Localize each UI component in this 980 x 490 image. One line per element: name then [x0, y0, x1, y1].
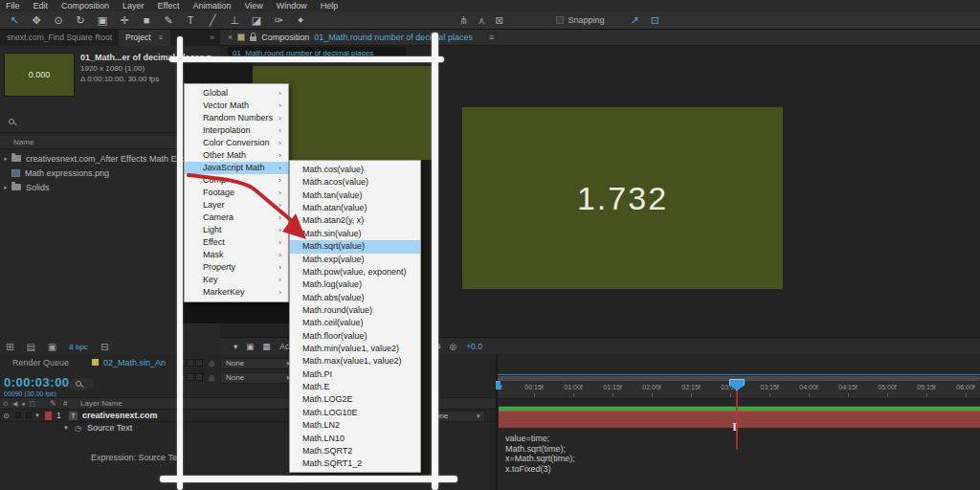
viewer-toolbar-icon-r4[interactable]: ◎: [450, 342, 457, 351]
menu-item-vector-math[interactable]: Vector Math›: [185, 100, 288, 112]
composition-mini-flowchart-icon[interactable]: ⊞: [6, 342, 13, 352]
menu-item-markerkey[interactable]: MarkerKey›: [185, 286, 288, 299]
twirl-icon[interactable]: ▼: [63, 422, 69, 434]
menu-item-javascript-math[interactable]: JavaScript Math›: [185, 162, 288, 174]
pickwhip-icon[interactable]: ◎: [209, 358, 214, 369]
menu-item-math-tan-value[interactable]: Math.tan(value): [290, 189, 420, 202]
menu-item-layer[interactable]: Layer›: [185, 199, 288, 212]
menu-item-camera[interactable]: Camera›: [185, 212, 288, 224]
parent-link-dropdown[interactable]: None▼: [220, 358, 295, 369]
menu-item-math-round-value[interactable]: Math.round(value): [290, 304, 420, 317]
hand-tool-icon[interactable]: ✥: [30, 11, 43, 29]
menubar-item-help[interactable]: Help: [321, 0, 339, 11]
menu-item-math-pi[interactable]: Math.PI: [290, 368, 420, 381]
property-name[interactable]: Source Text: [87, 422, 132, 434]
menu-item-math-atan-value[interactable]: Math.atan(value): [290, 202, 420, 214]
viewer-toolbar-icon-2[interactable]: ▦: [262, 342, 270, 351]
region-of-interest-icon[interactable]: ⊡: [651, 14, 659, 27]
menu-item-math-log10e[interactable]: Math.LOG10E: [290, 407, 420, 419]
menu-item-effect[interactable]: Effect›: [185, 236, 288, 249]
stopwatch-icon[interactable]: ◷: [75, 422, 81, 434]
menu-item-other-math[interactable]: Other Math›: [185, 149, 288, 162]
menu-item-math-log-value[interactable]: Math.log(value): [290, 278, 420, 291]
bpc-button[interactable]: 8 bpc: [69, 343, 88, 351]
menu-item-math-atan2-y-x[interactable]: Math.atan2(y, x): [290, 214, 420, 227]
twirl-icon[interactable]: ▸: [0, 184, 11, 191]
panel-menu-icon[interactable]: ≡: [159, 30, 164, 46]
panel-menu-icon[interactable]: ≡: [489, 33, 494, 42]
menu-item-interpolation[interactable]: Interpolation›: [185, 124, 288, 137]
menu-item-light[interactable]: Light›: [185, 224, 288, 236]
layer-duration-bar[interactable]: [499, 411, 980, 428]
zoom-tool-icon[interactable]: ⊙: [52, 11, 65, 29]
eye-icon[interactable]: ⊙: [3, 410, 10, 422]
trash-icon[interactable]: ⊟: [100, 342, 108, 352]
viewer-toolbar-icon-0[interactable]: ▾: [234, 342, 237, 351]
selection-tool-icon[interactable]: ↖: [8, 11, 21, 29]
pan-behind-tool-icon[interactable]: ✛: [118, 11, 131, 29]
twirl-icon[interactable]: ▼: [34, 410, 40, 422]
menu-item-comp[interactable]: Comp›: [185, 174, 288, 187]
menu-item-math-acos-value[interactable]: Math.acos(value): [290, 176, 420, 189]
eraser-tool-icon[interactable]: ◪: [250, 11, 263, 29]
work-area-start-handle[interactable]: [496, 381, 501, 390]
pickwhip-icon[interactable]: ◎: [209, 372, 214, 384]
type-tool-icon[interactable]: T: [184, 11, 197, 29]
menubar-item-edit[interactable]: Edit: [33, 0, 49, 11]
menu-item-math-pow-value-exponent[interactable]: Math.pow(value, exponent): [290, 266, 420, 278]
tab-find-square-root[interactable]: snext.com_Find Square Root: [0, 30, 119, 46]
tab-render-queue[interactable]: Render Queue: [12, 358, 69, 368]
menu-item-math-min-value1-value2[interactable]: Math.min(value1, value2): [290, 343, 420, 355]
zoom-quality-icon[interactable]: ↗: [631, 14, 639, 27]
menu-item-math-ln2[interactable]: Math.LN2: [290, 419, 420, 432]
menu-item-property[interactable]: Property›: [185, 261, 288, 274]
menu-item-math-e[interactable]: Math.E: [290, 381, 420, 393]
menu-item-math-sqrt-value[interactable]: Math.sqrt(value): [290, 240, 420, 253]
twirl-icon[interactable]: ▸: [0, 155, 11, 163]
menu-item-footage[interactable]: Footage›: [185, 187, 288, 199]
composition-panel-label[interactable]: Composition: [261, 33, 309, 42]
view-axis-mode-icon[interactable]: ⊠: [495, 14, 503, 27]
snapping-checkbox[interactable]: [556, 16, 564, 24]
close-icon[interactable]: ×: [228, 33, 233, 42]
audio-cell[interactable]: [13, 411, 23, 420]
menubar-item-window[interactable]: Window: [277, 0, 307, 11]
menu-item-color-conversion[interactable]: Color Conversion›: [185, 137, 288, 149]
solo-cell[interactable]: [24, 411, 33, 420]
parent-link-dropdown[interactable]: None▼: [220, 372, 295, 384]
menubar-item-file[interactable]: File: [6, 0, 20, 11]
viewer-toolbar-icon-1[interactable]: ▣: [246, 342, 254, 351]
menu-item-math-cos-value[interactable]: Math.cos(value): [290, 164, 420, 176]
menu-item-random-numbers[interactable]: Random Numbers›: [185, 112, 288, 124]
comp-thumbnail[interactable]: 0.000: [4, 53, 75, 97]
menu-item-math-floor-value[interactable]: Math.floor(value): [290, 330, 420, 343]
rotation-tool-icon[interactable]: ↻: [74, 11, 87, 29]
menu-item-math-exp-value[interactable]: Math.exp(value): [290, 254, 420, 266]
layer-name[interactable]: creativesnext.com: [82, 410, 158, 422]
menu-item-math-sqrt2[interactable]: Math.SQRT2: [290, 445, 420, 457]
menu-item-math-ln10[interactable]: Math.LN10: [290, 433, 420, 445]
composition-viewport[interactable]: 1.732: [462, 107, 783, 289]
menubar-item-view[interactable]: View: [244, 0, 262, 11]
panel-overflow-icon[interactable]: »: [210, 30, 220, 46]
local-axis-mode-icon[interactable]: ⋔: [459, 14, 468, 27]
menu-item-key[interactable]: Key›: [185, 274, 288, 286]
frame-icon[interactable]: ▣: [48, 342, 56, 352]
menu-item-math-log2e[interactable]: Math.LOG2E: [290, 393, 420, 406]
snapping-control[interactable]: Snapping: [556, 15, 605, 25]
composition-title[interactable]: 01_Math.round number of decimal places: [314, 33, 473, 42]
menubar-item-composition[interactable]: Composition: [61, 0, 109, 11]
menubar-item-effect[interactable]: Effect: [158, 0, 180, 11]
menu-item-math-sin-value[interactable]: Math.sin(value): [290, 228, 420, 240]
unified-camera-tool-icon[interactable]: ▣: [96, 11, 109, 29]
roto-brush-tool-icon[interactable]: ✑: [272, 11, 285, 29]
layer-color-swatch[interactable]: [45, 412, 52, 420]
puppet-pin-tool-icon[interactable]: ✦: [294, 11, 307, 29]
world-axis-mode-icon[interactable]: ⋏: [478, 14, 485, 27]
clone-stamp-tool-icon[interactable]: ⊥: [228, 11, 241, 29]
tab-comp-timeline[interactable]: 02_Math.sin_An: [92, 358, 166, 368]
lock-icon[interactable]: [250, 36, 256, 41]
rectangle-tool-icon[interactable]: ■: [140, 11, 153, 29]
tab-project[interactable]: Project ≡: [119, 30, 169, 46]
menubar-item-layer[interactable]: Layer: [122, 0, 145, 11]
